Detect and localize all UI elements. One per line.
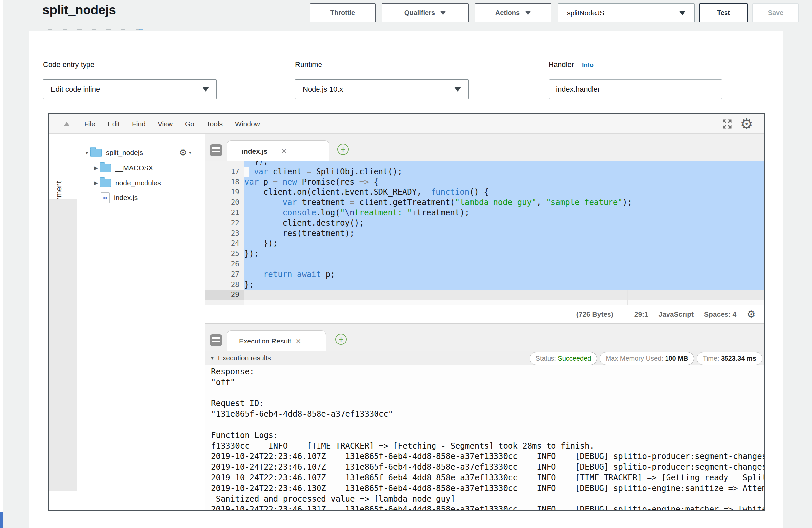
code-line[interactable]: }; xyxy=(244,280,764,290)
memory-badge-value: 100 MB xyxy=(665,355,688,362)
gutter-cell[interactable]: 22 xyxy=(205,218,244,228)
code-line[interactable]: var treatment = client.getTreatment("lam… xyxy=(244,197,764,208)
menu-item-go[interactable]: Go xyxy=(185,120,194,128)
code-token: res(treatment); xyxy=(244,229,354,238)
menu-item-file[interactable]: File xyxy=(84,120,96,128)
code-line[interactable]: }); xyxy=(244,238,764,249)
expander-right-icon[interactable]: ▶ xyxy=(92,180,100,186)
time-badge-label: Time: xyxy=(702,355,721,362)
lambda-console-page: split_nodejs Throttle Qualifiers Actions… xyxy=(0,0,812,528)
code-token: client xyxy=(268,167,307,176)
actions-button[interactable]: Actions xyxy=(475,3,551,22)
gutter-cell[interactable]: 19 xyxy=(205,187,244,197)
log-line: 2019-10-24T22:23:46.130Z 131e865f-6eb4-4… xyxy=(211,483,764,494)
gutter-cell[interactable]: 29 xyxy=(205,290,244,300)
statusbar-gear-icon[interactable]: ⚙ xyxy=(747,308,756,320)
collapse-panel-icon[interactable] xyxy=(64,122,69,126)
code-editor-area[interactable]: });17 var client = SplitObj.client();18v… xyxy=(205,161,764,305)
execution-log-output[interactable]: Response:"off" Request ID:"131e865f-6eb4… xyxy=(205,365,764,510)
editor-tabbar: index.js × + xyxy=(205,134,764,161)
log-line: Sanitized and processed value => [lambda… xyxy=(211,494,764,504)
new-tab-icon[interactable]: + xyxy=(335,334,347,345)
folder-icon xyxy=(90,149,102,157)
expander-right-icon[interactable]: ▶ xyxy=(92,165,100,171)
tree-settings-gear-icon[interactable]: ⚙▼ xyxy=(179,147,192,158)
code-entry-type-select[interactable]: Edit code inline xyxy=(43,79,217,99)
code-line[interactable] xyxy=(244,290,764,300)
test-button[interactable]: Test xyxy=(699,3,748,22)
time-badge-value: 3523.34 ms xyxy=(721,355,756,362)
tab-execution-result-label: Execution Result xyxy=(239,337,291,345)
gutter-cell[interactable] xyxy=(205,161,244,166)
tree-item-label: index.js xyxy=(114,194,137,202)
tree-item-index.js[interactable]: <>index.js xyxy=(77,191,205,205)
code-line[interactable]: res(treatment); xyxy=(244,228,764,238)
code-line[interactable]: var client = SplitObj.client(); xyxy=(244,166,764,177)
fullscreen-icon[interactable] xyxy=(721,118,733,130)
gutter-cell[interactable]: 20 xyxy=(205,197,244,208)
gutter-cell[interactable]: 24 xyxy=(205,238,244,249)
runtime-label: Runtime xyxy=(295,60,322,69)
collapse-results-icon[interactable]: ▼ xyxy=(210,355,215,361)
gutter-cell[interactable]: 27 xyxy=(205,269,244,280)
code-line[interactable] xyxy=(244,259,764,269)
code-line[interactable] xyxy=(244,300,764,305)
code-line[interactable]: }); xyxy=(244,161,764,166)
code-token: Promise(res xyxy=(297,177,359,187)
qualifiers-button[interactable]: Qualifiers xyxy=(382,3,469,22)
ide-menubar: FileEditFindViewGoToolsWindow xyxy=(49,114,764,134)
close-tab-icon[interactable]: × xyxy=(296,336,301,346)
log-line: "131e865f-6eb4-4dd8-858e-a37ef13330cc" xyxy=(211,409,764,419)
code-token: client.destroy(); xyxy=(244,218,364,228)
menu-item-edit[interactable]: Edit xyxy=(108,120,120,128)
new-tab-icon[interactable]: + xyxy=(337,144,349,155)
gutter-cell[interactable]: 18 xyxy=(205,177,244,187)
tab-execution-result[interactable]: Execution Result × xyxy=(227,330,326,351)
runtime-select[interactable]: Node.js 10.x xyxy=(295,79,469,99)
menu-item-tools[interactable]: Tools xyxy=(206,120,223,128)
code-token: await xyxy=(297,270,321,279)
tree-item-node_modules[interactable]: ▶node_modules xyxy=(77,176,205,190)
code-row: 25}); xyxy=(205,249,764,259)
indent-guide xyxy=(263,197,263,249)
tab-index-js[interactable]: index.js × xyxy=(227,141,330,162)
status-badge: Status: Succeeded xyxy=(530,352,597,365)
gutter-cell[interactable]: 17 xyxy=(205,166,244,177)
indentation-setting[interactable]: Spaces: 4 xyxy=(704,310,737,318)
code-line[interactable]: client.on(client.Event.SDK_READY, functi… xyxy=(244,187,764,197)
code-line[interactable]: return await p; xyxy=(244,269,764,280)
tree-item-__MACOSX[interactable]: ▶__MACOSX xyxy=(77,161,205,175)
cursor-position[interactable]: 29:1 xyxy=(634,310,648,318)
gutter-cell[interactable]: 26 xyxy=(205,259,244,269)
gutter-cell[interactable]: 23 xyxy=(205,228,244,238)
code-token: () { xyxy=(469,188,489,197)
tab-list-icon[interactable] xyxy=(210,144,222,156)
handler-info-link[interactable]: Info xyxy=(582,61,594,68)
code-token: client.on(client.Event.SDK_READY, xyxy=(244,188,431,197)
editor-settings-gear-icon[interactable]: ⚙ xyxy=(740,115,753,133)
code-line[interactable]: }); xyxy=(244,249,764,259)
file-tree: ▼split_nodejs⚙▼▶__MACOSX▶node_modules<>i… xyxy=(77,134,205,510)
close-tab-icon[interactable]: × xyxy=(281,146,286,156)
execution-results-title: Execution results xyxy=(218,354,271,362)
tab-list-icon[interactable] xyxy=(210,334,222,346)
editor-pane: index.js × + });17 var client = SplitObj… xyxy=(205,134,764,510)
syntax-mode[interactable]: JavaScript xyxy=(658,310,694,318)
test-event-select[interactable]: splitNodeJS xyxy=(558,3,695,22)
code-line[interactable]: var p = new Promise(res => { xyxy=(244,177,764,187)
handler-input[interactable]: index.handler xyxy=(549,79,722,99)
menu-item-view[interactable]: View xyxy=(158,120,173,128)
code-line[interactable]: console.log("\ntreatment: "+treatment); xyxy=(244,208,764,218)
code-line[interactable]: client.destroy(); xyxy=(244,218,764,228)
save-button-disabled[interactable]: Save xyxy=(752,3,799,22)
gutter-cell[interactable]: 25 xyxy=(205,249,244,259)
expander-down-icon[interactable]: ▼ xyxy=(83,150,90,156)
gutter-cell[interactable]: 28 xyxy=(205,280,244,290)
menu-item-find[interactable]: Find xyxy=(132,120,145,128)
gutter-cell[interactable]: 21 xyxy=(205,208,244,218)
tree-item-split_nodejs[interactable]: ▼split_nodejs⚙▼ xyxy=(77,146,205,160)
menu-item-window[interactable]: Window xyxy=(235,120,260,128)
code-token xyxy=(278,177,282,187)
gutter-cell[interactable] xyxy=(205,300,244,305)
throttle-button[interactable]: Throttle xyxy=(310,3,376,22)
